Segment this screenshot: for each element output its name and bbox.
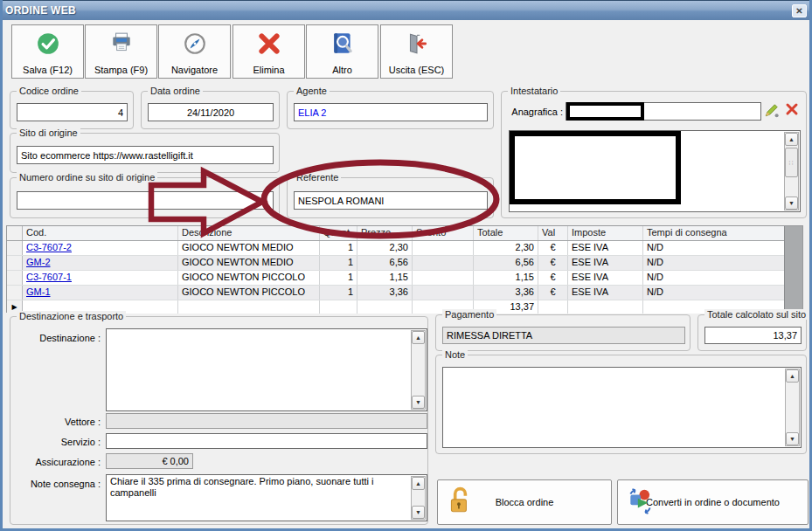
table-cell: N/D <box>643 256 784 270</box>
table-cell <box>538 300 568 314</box>
table-row[interactable]: C3-7607-2GIOCO NEWTON MEDIO12,302,30€ESE… <box>7 241 784 256</box>
note-consegna-text: Chiare il 335 prima di consegnare. Primo… <box>110 476 373 498</box>
table-cell <box>7 286 23 300</box>
print-button[interactable]: Stampa (F9) <box>85 24 157 79</box>
printer-icon <box>109 31 134 59</box>
save-button[interactable]: Salva (F12) <box>11 24 84 79</box>
scrollbar-thumb[interactable]: ⁞⁞ <box>785 148 798 177</box>
converti-label: Converti in ordine o documento <box>646 497 780 507</box>
title-bar: ORDINE WEB ✕ <box>0 0 812 20</box>
item-code-link[interactable]: GM-2 <box>23 256 178 270</box>
table-cell: € <box>538 256 568 270</box>
trasporto-label: Destinazione e trasporto <box>17 311 126 321</box>
scroll-down-icon[interactable]: ▼ <box>786 432 799 445</box>
exit-button[interactable]: Uscita (ESC) <box>380 24 453 79</box>
scroll-up-icon[interactable]: ▲ <box>785 133 798 146</box>
window-title: ORDINE WEB <box>5 4 76 17</box>
sito-origine-label: Sito di origine <box>17 128 80 138</box>
table-cell: Descrizione <box>178 226 320 240</box>
table-cell <box>413 286 474 300</box>
table-cell <box>320 300 357 314</box>
totale-sito-input[interactable] <box>704 327 802 344</box>
table-cell: Totale <box>474 226 538 240</box>
table-cell: 1 <box>320 286 357 300</box>
table-cell: Imposte <box>568 226 643 240</box>
pagamento-group: Pagamento <box>435 314 691 351</box>
table-cell: Prezzo <box>357 226 413 240</box>
agente-group: Agente <box>287 91 494 129</box>
table-cell: Sconto <box>413 226 474 240</box>
totale-sito-group: Totale calcolato sul sito <box>697 314 807 351</box>
converti-button[interactable]: Converti in ordine o documento <box>617 479 809 525</box>
items-grid: Cod.DescrizioneQuant.PrezzoScontoTotaleV… <box>7 226 784 312</box>
assicurazione-label: Assicurazione : <box>10 457 101 467</box>
note-group: Note ▲ ▼ <box>435 355 807 454</box>
note-consegna-scrollbar[interactable]: ▲ ▼ <box>411 476 426 520</box>
blocca-ordine-button[interactable]: Blocca ordine <box>437 479 612 525</box>
table-cell: 2,30 <box>357 241 413 255</box>
exit-door-icon <box>405 31 429 59</box>
table-cell: Val <box>538 226 568 240</box>
scroll-up-icon[interactable]: ▲ <box>786 369 799 383</box>
table-row[interactable]: GM-1GIOCO NEWTON PICCOLO13,363,36€ESE IV… <box>7 286 784 300</box>
referente-label: Referente <box>294 172 341 183</box>
codice-ordine-input[interactable] <box>17 103 128 121</box>
note-consegna-label: Note consegna : <box>10 479 101 489</box>
table-cell: 1,15 <box>357 271 413 285</box>
table-row[interactable]: GM-2GIOCO NEWTON MEDIO16,566,56€ESE IVAN… <box>7 256 784 271</box>
intestatario-scrollbar[interactable]: ▲ ⁞⁞ ▼ <box>784 132 799 210</box>
table-cell: ESE IVA <box>568 241 643 255</box>
table-header-row: Cod.DescrizioneQuant.PrezzoScontoTotaleV… <box>7 226 784 241</box>
table-cell: 1 <box>320 271 357 285</box>
data-ordine-input[interactable] <box>148 103 274 121</box>
numero-ordine-sito-input[interactable] <box>17 191 274 210</box>
numero-ordine-sito-label: Numero ordine su sito di origine <box>17 172 157 183</box>
table-cell: € <box>538 271 568 285</box>
table-cell <box>7 241 23 255</box>
table-cell: 1 <box>320 256 357 270</box>
save-check-icon <box>36 31 60 59</box>
destinazione-box[interactable]: ▲ ▼ <box>106 328 427 411</box>
sito-origine-group: Sito di origine <box>10 133 280 173</box>
table-cell: 3,36 <box>357 286 413 300</box>
vettore-input[interactable] <box>106 413 427 429</box>
altro-button[interactable]: Altro <box>306 24 378 79</box>
navigator-button[interactable]: Navigatore <box>158 24 231 79</box>
table-cell: € <box>538 286 568 300</box>
scroll-down-icon[interactable]: ▼ <box>412 506 425 519</box>
item-code-link[interactable]: GM-1 <box>23 286 178 300</box>
table-cell <box>7 226 23 240</box>
referente-group: Referente <box>287 177 494 218</box>
agente-input[interactable] <box>294 103 488 121</box>
table-cell: 1,15 <box>474 271 538 285</box>
destinazione-scrollbar[interactable]: ▲ ▼ <box>411 330 426 410</box>
referente-input[interactable] <box>294 191 488 210</box>
scroll-down-icon[interactable]: ▼ <box>412 396 425 409</box>
note-box[interactable]: ▲ ▼ <box>442 367 802 448</box>
anagrafica-label: Anagrafica : <box>509 107 563 117</box>
scroll-down-icon[interactable]: ▼ <box>785 197 798 210</box>
note-consegna-box[interactable]: Chiare il 335 prima di consegnare. Primo… <box>106 474 427 521</box>
delete-button[interactable]: Elimina <box>232 24 305 79</box>
sito-origine-input[interactable] <box>17 146 274 164</box>
pagamento-input[interactable] <box>442 327 685 344</box>
table-cell <box>413 271 474 285</box>
codice-ordine-label: Codice ordine <box>17 86 81 96</box>
close-icon[interactable]: ✕ <box>792 4 807 17</box>
scroll-up-icon[interactable]: ▲ <box>412 331 425 344</box>
servizio-input[interactable] <box>106 433 427 449</box>
table-cell: GIOCO NEWTON MEDIO <box>178 256 320 270</box>
edit-pencil-icon[interactable] <box>764 102 780 121</box>
assicurazione-input[interactable] <box>106 453 193 469</box>
table-cell: GIOCO NEWTON PICCOLO <box>178 271 320 285</box>
search-book-icon <box>330 31 355 59</box>
scroll-up-icon[interactable]: ▲ <box>412 477 425 490</box>
item-code-link[interactable]: C3-7607-1 <box>23 271 178 285</box>
table-row[interactable]: C3-7607-1GIOCO NEWTON PICCOLO11,151,15€E… <box>7 271 784 286</box>
redaction-box <box>566 102 644 121</box>
delete-x-icon <box>257 31 281 59</box>
grid-scrollbar-strip[interactable] <box>784 226 802 312</box>
item-code-link[interactable]: C3-7607-2 <box>23 241 178 255</box>
note-scrollbar[interactable]: ▲ ▼ <box>785 369 800 446</box>
clear-anagrafica-x-icon[interactable] <box>785 102 799 120</box>
